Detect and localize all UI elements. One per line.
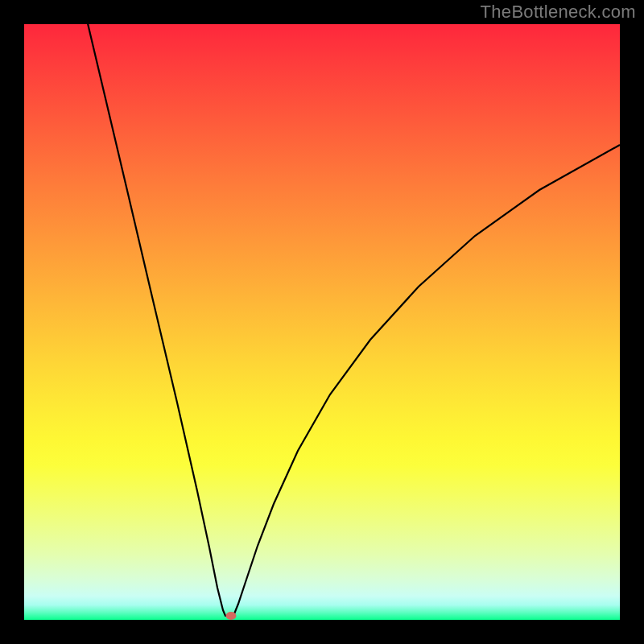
curve-svg xyxy=(24,24,620,620)
plot-area xyxy=(24,24,620,620)
watermark-text: TheBottleneck.com xyxy=(481,2,636,23)
bottleneck-curve xyxy=(87,24,620,616)
optimum-marker xyxy=(226,612,237,620)
chart-frame: TheBottleneck.com xyxy=(0,0,644,644)
